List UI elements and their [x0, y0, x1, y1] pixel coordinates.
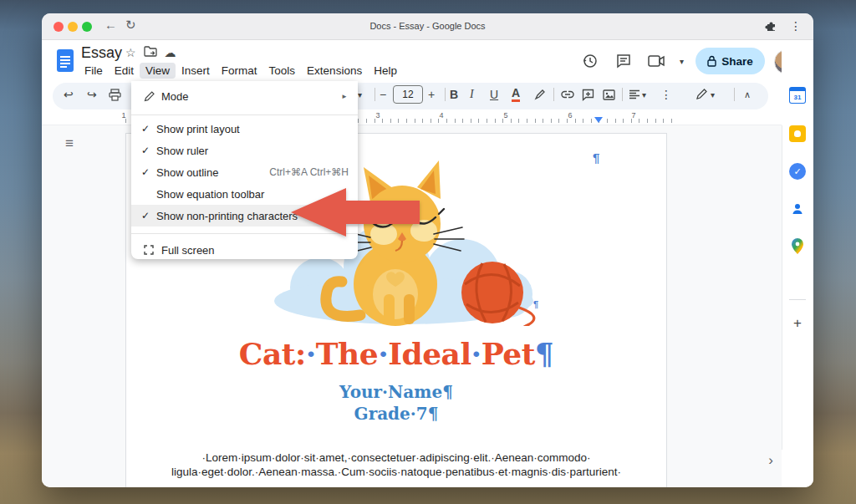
menu-edit[interactable]: Edit: [109, 63, 140, 79]
body-text-line[interactable]: ligula·eget·dolor.·Aenean·massa.·Cum·soc…: [160, 466, 633, 478]
decrease-font-size-icon[interactable]: −: [380, 87, 386, 102]
paragraph-mark: ¶: [593, 150, 599, 165]
google-maps-icon[interactable]: [789, 237, 806, 254]
lock-icon: [707, 55, 716, 67]
check-icon: ✓: [141, 145, 150, 156]
add-comment-icon[interactable]: [582, 87, 594, 102]
essay-byline[interactable]: Your·Name¶: [126, 382, 666, 402]
submenu-arrow-icon: ►: [341, 93, 348, 100]
google-calendar-icon[interactable]: 31: [789, 87, 806, 104]
get-add-ons-icon[interactable]: +: [793, 315, 802, 332]
hide-menus-icon[interactable]: ∧: [744, 87, 751, 102]
google-keep-icon[interactable]: [789, 125, 806, 142]
menu-item-show-ruler[interactable]: ✓ Show ruler: [131, 140, 358, 161]
increase-font-size-icon[interactable]: +: [428, 87, 435, 102]
insert-link-icon[interactable]: [561, 87, 574, 102]
essay-title[interactable]: Cat:·The·Ideal·Pet¶: [126, 336, 666, 371]
redo-icon[interactable]: ↪: [87, 87, 97, 102]
check-icon: ✓: [141, 123, 150, 135]
keyboard-shortcut: Ctrl+⌘A Ctrl+⌘H: [269, 166, 349, 178]
desktop-wallpaper: ← ↻ Docs - Essay - Google Docs ⋮ Essay ☆…: [0, 0, 856, 504]
align-dropdown-icon[interactable]: ▾: [642, 87, 646, 102]
fullscreen-icon: [142, 245, 155, 255]
menu-item-show-print-layout[interactable]: ✓ Show print layout: [131, 118, 358, 140]
check-icon: ✓: [141, 210, 150, 221]
pencil-icon: [142, 91, 155, 102]
docs-menubar: File Edit View Insert Format Tools Exten…: [79, 63, 403, 79]
essay-grade[interactable]: Grade·7¶: [126, 404, 666, 424]
cloud-status-icon[interactable]: ☁: [165, 46, 176, 59]
editing-mode-pen-icon[interactable]: [696, 87, 707, 102]
tab-title: Docs - Essay - Google Docs: [42, 21, 813, 31]
version-history-icon[interactable]: [579, 50, 601, 72]
browser-window: ← ↻ Docs - Essay - Google Docs ⋮ Essay ☆…: [42, 13, 813, 487]
comments-icon[interactable]: [613, 50, 634, 72]
docs-header: Essay ☆ ☁ File Edit View Insert Format T…: [42, 40, 813, 81]
indent-marker[interactable]: [594, 117, 603, 123]
hide-side-panel-icon[interactable]: ›: [768, 452, 773, 469]
meet-video-icon[interactable]: [646, 50, 668, 72]
insert-image-icon[interactable]: [603, 87, 615, 102]
menu-help[interactable]: Help: [368, 63, 403, 79]
font-size-input[interactable]: 12: [393, 85, 423, 104]
text-color-icon[interactable]: A: [512, 87, 520, 102]
move-folder-icon[interactable]: [144, 46, 157, 59]
share-button[interactable]: Share: [696, 48, 765, 74]
google-contacts-icon[interactable]: [789, 201, 806, 217]
editing-mode-dropdown-icon[interactable]: ▾: [711, 87, 715, 102]
underline-icon[interactable]: U: [490, 87, 498, 102]
annotation-arrow: [291, 188, 420, 237]
meet-dropdown-icon[interactable]: ▾: [680, 57, 684, 66]
extensions-icon[interactable]: [765, 19, 778, 36]
menu-tools[interactable]: Tools: [263, 63, 302, 79]
italic-icon[interactable]: I: [470, 87, 474, 102]
document-title[interactable]: Essay: [81, 44, 122, 62]
highlight-color-icon[interactable]: [534, 87, 546, 102]
star-icon[interactable]: ☆: [125, 46, 136, 59]
menu-file[interactable]: File: [79, 63, 109, 79]
google-side-panel: 31 ✓ +: [782, 40, 813, 487]
zoom-dropdown-icon[interactable]: ▾: [358, 87, 362, 102]
menu-extensions[interactable]: Extensions: [301, 63, 368, 79]
menu-format[interactable]: Format: [216, 63, 263, 79]
show-outline-icon[interactable]: ≡: [65, 135, 74, 152]
body-text-line[interactable]: ·Lorem·ipsum·dolor·sit·amet,·consectetue…: [160, 451, 633, 464]
menu-item-show-outline[interactable]: ✓ Show outline Ctrl+⌘A Ctrl+⌘H: [131, 161, 358, 183]
browser-menu-icon[interactable]: ⋮: [790, 19, 802, 33]
bold-icon[interactable]: B: [450, 87, 458, 102]
align-icon[interactable]: [629, 87, 640, 102]
menu-item-mode[interactable]: Mode ►: [131, 81, 358, 112]
menu-view[interactable]: View: [140, 63, 176, 79]
check-icon: ✓: [141, 166, 150, 178]
menu-item-full-screen[interactable]: Full screen: [131, 237, 358, 263]
print-icon[interactable]: [109, 87, 121, 102]
google-docs-logo-icon[interactable]: [57, 49, 74, 75]
undo-icon[interactable]: ↩: [64, 87, 74, 102]
browser-titlebar: ← ↻ Docs - Essay - Google Docs ⋮: [42, 13, 813, 40]
google-tasks-icon[interactable]: ✓: [789, 163, 806, 180]
paragraph-mark: ¶: [533, 299, 538, 309]
menu-insert[interactable]: Insert: [176, 63, 216, 79]
more-toolbar-icon[interactable]: ⋮: [660, 87, 672, 102]
